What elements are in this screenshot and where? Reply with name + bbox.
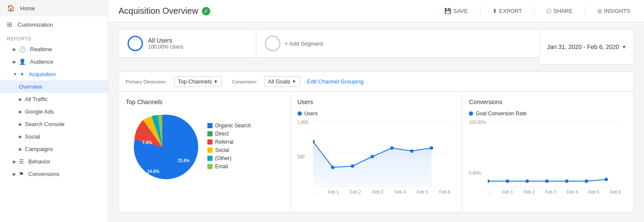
segment-circle xyxy=(128,36,143,51)
svg-text:72.4%: 72.4% xyxy=(177,158,189,163)
sidebar-sub-item-google-ads[interactable]: ▶ Google Ads xyxy=(0,105,108,118)
legend-label-email: Email xyxy=(215,163,228,170)
conv-x-label-feb5: Feb 5 xyxy=(588,190,599,194)
date-range-label: Jan 31, 2020 - Feb 6, 2020 xyxy=(547,43,619,50)
legend-color-direct xyxy=(207,131,213,136)
x-label-feb5: Feb 5 xyxy=(417,190,428,194)
realtime-chevron-icon: ▶ xyxy=(13,47,16,52)
controls-row: Primary Dimension: Top Channels ▼ Conver… xyxy=(118,71,634,92)
conv-x-label-feb6: Feb 6 xyxy=(610,190,621,194)
sidebar-item-home[interactable]: 🏠 Home xyxy=(0,0,108,16)
conversions-y-label-0: 0.00% xyxy=(469,171,481,176)
social-label: Social xyxy=(25,133,40,140)
primary-dimension-select[interactable]: Top Channels ▼ xyxy=(174,76,222,87)
x-label-dots: ... xyxy=(313,190,316,194)
sidebar-item-behavior[interactable]: ▶ ☰ Behavior xyxy=(0,155,108,168)
segment-date-row: All Users 100.00% Users + Add Segment Ja… xyxy=(118,29,634,65)
segment-bar: All Users 100.00% Users + Add Segment xyxy=(118,29,540,58)
users-legend-dot xyxy=(298,111,302,116)
legend-social: Social xyxy=(207,147,251,153)
segment-name: All Users xyxy=(148,37,247,44)
sidebar-home-label: Home xyxy=(20,5,35,12)
legend-color-social xyxy=(207,148,213,153)
pie-chart-svg: 72.4% 14.6% 7.4% xyxy=(126,111,199,184)
sidebar-sub-item-search-console[interactable]: ▶ Search Console xyxy=(0,118,108,130)
conversions-y-label-100: 100.00% xyxy=(469,120,486,125)
conv-x-label-feb3: Feb 3 xyxy=(545,190,556,194)
realtime-label: Realtime xyxy=(30,46,52,52)
svg-point-8 xyxy=(410,149,413,153)
main-content: Acquisition Overview ✓ 💾 SAVE ⬆ EXPORT ⬡… xyxy=(108,0,644,222)
export-icon: ⬆ xyxy=(492,8,497,14)
x-label-feb4: Feb 4 xyxy=(395,190,406,194)
conversions-legend-dot xyxy=(469,111,473,116)
svg-point-9 xyxy=(430,146,433,150)
legend-color-other xyxy=(207,156,213,161)
export-button[interactable]: ⬆ EXPORT xyxy=(489,6,526,16)
users-chart-area: 1,000 500 xyxy=(298,120,455,194)
insights-label: INSIGHTS xyxy=(604,8,630,14)
x-label-feb6: Feb 6 xyxy=(439,190,450,194)
social-chevron-icon: ▶ xyxy=(19,134,22,139)
sidebar-sub-item-social[interactable]: ▶ Social xyxy=(0,130,108,143)
save-icon: 💾 xyxy=(444,8,451,14)
sidebar-sub-item-all-traffic[interactable]: ▶ All Traffic xyxy=(0,93,108,105)
users-y-label-500: 500 xyxy=(298,154,305,159)
header-actions: 💾 SAVE ⬆ EXPORT ⬡ SHARE ◎ INSIGHTS xyxy=(441,6,634,16)
share-button[interactable]: ⬡ SHARE xyxy=(543,6,576,16)
add-segment-circle xyxy=(265,36,280,51)
legend-color-organic xyxy=(207,123,213,128)
legend-label-organic: Organic Search xyxy=(215,123,251,129)
insights-button[interactable]: ◎ INSIGHTS xyxy=(594,6,634,16)
save-button[interactable]: 💾 SAVE xyxy=(441,6,471,16)
sidebar-item-realtime[interactable]: ▶ 🕐 Realtime xyxy=(0,43,108,56)
sidebar-sub-item-campaigns[interactable]: ▶ Campaigns xyxy=(0,143,108,155)
sidebar-sub-item-overview[interactable]: Overview xyxy=(0,80,108,93)
acquisition-chevron-icon: ▼ xyxy=(13,72,17,77)
legend-organic-search: Organic Search xyxy=(207,123,251,129)
audience-icon: 👤 xyxy=(19,59,26,65)
sidebar-item-conversions[interactable]: ▶ ⚑ Conversions xyxy=(0,168,108,180)
svg-text:14.6%: 14.6% xyxy=(147,169,159,174)
users-line-chart-svg xyxy=(313,120,450,187)
primary-dimension-value: Top Channels xyxy=(178,78,212,85)
legend-email: Email xyxy=(207,163,251,170)
behavior-icon: ☰ xyxy=(19,158,24,165)
conversions-panel: Conversions Goal Conversion Rate 100.00%… xyxy=(462,92,633,212)
conversion-value: All Goals xyxy=(268,78,290,85)
sidebar-item-acquisition[interactable]: ▼ ✦ Acquisition xyxy=(0,68,108,80)
sidebar-item-audience[interactable]: ▶ 👤 Audience xyxy=(0,56,108,68)
users-legend-label: Users xyxy=(304,111,318,117)
all-traffic-label: All Traffic xyxy=(25,96,48,102)
date-range-container[interactable]: Jan 31, 2020 - Feb 6, 2020 ▼ xyxy=(540,29,634,65)
conversions-line-chart-svg xyxy=(488,120,621,187)
x-label-feb2: Feb 2 xyxy=(350,190,361,194)
edit-channel-grouping-link[interactable]: Edit Channel Grouping xyxy=(307,78,364,85)
date-range-dropdown-icon: ▼ xyxy=(622,44,626,49)
svg-point-19 xyxy=(605,178,608,181)
audience-label: Audience xyxy=(30,59,53,65)
behavior-chevron-icon: ▶ xyxy=(13,159,16,164)
users-legend: Users xyxy=(298,111,455,117)
overview-label: Overview xyxy=(19,83,42,90)
sidebar-item-customization[interactable]: ⊞ Customization xyxy=(0,16,108,33)
legend-label-direct: Direct xyxy=(215,131,228,137)
add-segment-label: + Add Segment xyxy=(285,40,323,47)
google-ads-label: Google Ads xyxy=(25,108,54,115)
reports-section-label: REPORTS xyxy=(0,33,108,43)
conversions-chevron-icon: ▶ xyxy=(13,172,16,176)
add-segment-button[interactable]: + Add Segment xyxy=(256,30,540,57)
export-label: EXPORT xyxy=(499,8,522,14)
all-users-segment[interactable]: All Users 100.00% Users xyxy=(119,30,256,57)
svg-point-7 xyxy=(390,146,394,150)
search-console-label: Search Console xyxy=(25,121,65,127)
x-label-feb3: Feb 3 xyxy=(372,190,383,194)
svg-point-18 xyxy=(585,179,588,183)
campaigns-chevron-icon: ▶ xyxy=(19,147,22,151)
legend-label-social: Social xyxy=(215,147,229,153)
conv-x-label-dots: ... xyxy=(488,190,491,194)
insights-icon: ◎ xyxy=(597,8,602,14)
legend-label-other: (Other) xyxy=(215,155,231,161)
conversion-select[interactable]: All Goals ▼ xyxy=(264,76,300,87)
segment-sub: 100.00% Users xyxy=(148,44,247,50)
